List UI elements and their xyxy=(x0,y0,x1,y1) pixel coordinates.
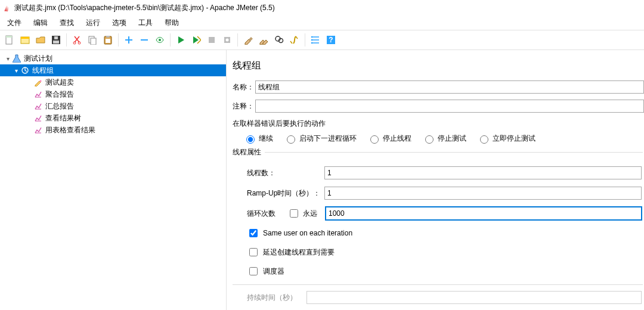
new-file-icon[interactable] xyxy=(2,33,17,47)
pencil-icon xyxy=(33,78,43,87)
tree-label: 用表格查看结果 xyxy=(45,125,95,135)
svg-point-14 xyxy=(159,39,161,41)
svg-rect-1 xyxy=(6,36,12,38)
scheduler-row[interactable]: 调度器 xyxy=(247,265,643,277)
thread-group-panel: 线程组 名称： 注释： 在取样器错误后要执行的动作 继续 启动下一进程循环 停止… xyxy=(227,50,644,310)
tree-twisty-icon[interactable]: ▾ xyxy=(12,67,20,74)
rampup-input[interactable] xyxy=(324,187,642,200)
menu-help[interactable]: 帮助 xyxy=(159,16,185,30)
thread-properties-group: 线程属性 线程数： Ramp-Up时间（秒）： 循环次数 永远 Same use… xyxy=(233,152,643,310)
clear-icon[interactable] xyxy=(241,33,255,47)
radio-stop-test[interactable]: 停止测试 xyxy=(422,134,466,144)
radio-stop-now-input[interactable] xyxy=(480,135,488,144)
tree-node-listener[interactable]: 用表格查看结果 xyxy=(0,124,226,136)
search-icon[interactable] xyxy=(272,33,286,47)
menu-search[interactable]: 查找 xyxy=(54,16,80,30)
same-user-row[interactable]: Same user on each iteration xyxy=(247,227,643,239)
chart-icon xyxy=(33,125,43,135)
loop-count-input[interactable] xyxy=(326,207,642,220)
delay-create-label: 延迟创建线程直到需要 xyxy=(263,247,335,258)
cut-icon[interactable] xyxy=(70,33,84,47)
radio-stop-now[interactable]: 立即停止测试 xyxy=(477,134,535,144)
tree-node-test-plan[interactable]: ▾ 测试计划 xyxy=(0,52,226,64)
menu-tools[interactable]: 工具 xyxy=(132,16,159,30)
duration-label: 持续时间（秒） xyxy=(247,293,306,303)
chart-icon xyxy=(33,89,43,99)
chart-icon xyxy=(33,101,43,111)
threads-input[interactable] xyxy=(324,166,642,179)
tree-label: 测试计划 xyxy=(24,54,52,64)
tree-label: 汇总报告 xyxy=(45,101,74,111)
shutdown-icon[interactable] xyxy=(220,33,234,47)
panel-title: 线程组 xyxy=(233,60,644,72)
tree-node-thread-group[interactable]: ▾ 线程组 xyxy=(0,64,226,76)
same-user-checkbox[interactable] xyxy=(249,229,258,237)
tree-label: 聚合报告 xyxy=(45,89,74,100)
options-icon[interactable] xyxy=(308,33,323,47)
menu-options[interactable]: 选项 xyxy=(106,16,132,30)
templates-icon[interactable] xyxy=(18,33,32,47)
threads-label: 线程数： xyxy=(247,168,324,178)
tree-node-sampler[interactable]: 测试超卖 xyxy=(0,76,226,88)
loop-forever-checkbox[interactable]: 永远 xyxy=(287,207,317,219)
tree-twisty-icon[interactable]: ▾ xyxy=(4,55,12,62)
toolbar: ? xyxy=(0,30,644,50)
expand-icon[interactable] xyxy=(122,33,136,47)
toggle-icon[interactable] xyxy=(153,33,167,47)
run-icon[interactable] xyxy=(174,33,188,47)
scheduler-checkbox[interactable] xyxy=(249,267,258,275)
run-no-pause-icon[interactable] xyxy=(189,33,203,47)
menu-run[interactable]: 运行 xyxy=(80,16,106,30)
duration-input xyxy=(306,291,642,304)
name-label: 名称： xyxy=(233,82,255,92)
paste-icon[interactable] xyxy=(101,33,115,47)
comment-input[interactable] xyxy=(255,100,644,113)
function-icon[interactable] xyxy=(287,33,302,47)
radio-next-loop[interactable]: 启动下一进程循环 xyxy=(284,134,357,144)
tree-node-listener[interactable]: 聚合报告 xyxy=(0,88,226,100)
clear-all-icon[interactable] xyxy=(256,33,271,47)
help-icon[interactable]: ? xyxy=(324,33,338,47)
toolbar-separator xyxy=(66,33,67,46)
svg-text:?: ? xyxy=(329,36,333,44)
svg-point-20 xyxy=(311,36,313,38)
collapse-icon[interactable] xyxy=(137,33,151,47)
radio-stop-thread[interactable]: 停止线程 xyxy=(367,134,411,144)
tree-node-listener[interactable]: 查看结果树 xyxy=(0,112,226,124)
radio-continue-input[interactable] xyxy=(246,135,255,144)
radio-next-loop-input[interactable] xyxy=(287,135,295,144)
thread-properties-legend: 线程属性 xyxy=(233,147,265,157)
comment-label: 注释： xyxy=(233,101,255,111)
delay-create-checkbox[interactable] xyxy=(249,248,258,256)
svg-rect-13 xyxy=(106,39,110,43)
scheduler-label: 调度器 xyxy=(263,266,284,277)
radio-stop-thread-input[interactable] xyxy=(370,135,379,144)
radio-stop-test-input[interactable] xyxy=(425,135,434,144)
tree-node-listener[interactable]: 汇总报告 xyxy=(0,100,226,112)
window-titlebar: 测试超卖.jmx (D:\Tools\apache-jmeter-5.5\bin… xyxy=(0,0,644,16)
svg-rect-6 xyxy=(54,36,58,39)
chart-icon xyxy=(33,113,43,123)
test-plan-tree[interactable]: ▾ 测试计划 ▾ 线程组 测试超卖 聚合报告 汇总报告 查看结果树 xyxy=(0,50,227,310)
flask-icon xyxy=(12,54,21,63)
delay-create-row[interactable]: 延迟创建线程直到需要 xyxy=(247,246,643,258)
svg-point-22 xyxy=(311,42,313,44)
same-user-label: Same user on each iteration xyxy=(263,229,352,237)
window-title: 测试超卖.jmx (D:\Tools\apache-jmeter-5.5\bin… xyxy=(14,3,275,13)
toolbar-separator xyxy=(237,33,238,46)
radio-continue[interactable]: 继续 xyxy=(243,134,273,144)
loop-forever-input[interactable] xyxy=(290,209,298,218)
toolbar-separator xyxy=(305,33,305,46)
save-icon[interactable] xyxy=(49,33,63,47)
on-error-group-label: 在取样器错误后要执行的动作 xyxy=(233,119,644,129)
svg-rect-10 xyxy=(91,38,96,45)
menu-edit[interactable]: 编辑 xyxy=(27,16,54,30)
copy-icon[interactable] xyxy=(85,33,100,47)
on-error-radio-group: 继续 启动下一进程循环 停止线程 停止测试 立即停止测试 xyxy=(243,134,644,144)
stop-icon[interactable] xyxy=(205,33,219,47)
open-icon[interactable] xyxy=(33,33,48,47)
name-input[interactable] xyxy=(255,80,644,94)
tree-label: 测试超卖 xyxy=(45,78,74,88)
svg-point-21 xyxy=(311,39,313,41)
menu-file[interactable]: 文件 xyxy=(1,16,27,30)
